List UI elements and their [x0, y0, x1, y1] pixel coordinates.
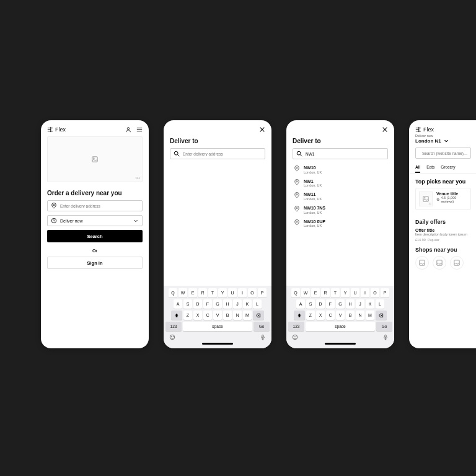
- address-result[interactable]: NW11London, UK: [286, 190, 394, 203]
- key-123[interactable]: 123: [288, 322, 304, 331]
- key-T[interactable]: T: [331, 288, 340, 298]
- emoji-icon[interactable]: [292, 334, 298, 340]
- key-V[interactable]: V: [336, 311, 345, 320]
- key-U[interactable]: U: [228, 288, 237, 298]
- key-N[interactable]: N: [233, 311, 242, 320]
- key-Y[interactable]: Y: [341, 288, 350, 298]
- key-A[interactable]: A: [296, 299, 305, 309]
- key-S[interactable]: S: [306, 299, 315, 309]
- key-123[interactable]: 123: [165, 322, 182, 331]
- keyboard[interactable]: QWERTYUIOPASDFGHJKLZXCVBNM123spaceGo: [164, 286, 271, 348]
- key-J[interactable]: J: [356, 299, 364, 309]
- venue-card[interactable]: 1:1 Venue title 4.5 (1,000 reviews): [415, 188, 471, 210]
- key-Z[interactable]: Z: [183, 311, 192, 320]
- close-icon[interactable]: [382, 126, 388, 133]
- key-X[interactable]: X: [193, 311, 202, 320]
- key-Q[interactable]: Q: [291, 288, 300, 298]
- key-B[interactable]: B: [223, 311, 232, 320]
- key-U[interactable]: U: [351, 288, 359, 298]
- key-Go[interactable]: Go: [376, 322, 392, 331]
- keyboard[interactable]: QWERTYUIOPASDFGHJKLZXCVBNM123spaceGo: [286, 286, 394, 348]
- key-Go[interactable]: Go: [253, 322, 270, 331]
- search-input[interactable]: [415, 148, 471, 159]
- search-button[interactable]: Search: [47, 230, 143, 242]
- svg-rect-23: [420, 260, 425, 265]
- key-L[interactable]: L: [253, 299, 262, 309]
- key-C[interactable]: C: [203, 311, 212, 320]
- key-J[interactable]: J: [233, 299, 242, 309]
- key-G[interactable]: G: [213, 299, 222, 309]
- key-M[interactable]: M: [243, 311, 252, 320]
- key-R[interactable]: R: [198, 288, 207, 298]
- key-I[interactable]: I: [361, 288, 369, 298]
- backspace-key[interactable]: [376, 311, 387, 320]
- address-result[interactable]: NW10 7NSLondon, UK: [286, 203, 394, 217]
- key-D[interactable]: D: [316, 299, 325, 309]
- brand: Flex: [415, 126, 434, 133]
- key-Y[interactable]: Y: [218, 288, 227, 298]
- mic-icon[interactable]: [382, 334, 389, 340]
- key-H[interactable]: H: [223, 299, 232, 309]
- key-G[interactable]: G: [336, 299, 345, 309]
- key-space[interactable]: space: [306, 322, 375, 331]
- user-icon[interactable]: [125, 126, 131, 133]
- key-P[interactable]: P: [258, 288, 267, 298]
- menu-icon[interactable]: [136, 126, 143, 133]
- key-P[interactable]: P: [381, 288, 389, 298]
- key-D[interactable]: D: [193, 299, 202, 309]
- page-title: Order a delivery near you: [47, 190, 143, 196]
- shift-key[interactable]: [171, 311, 182, 320]
- mic-icon[interactable]: [260, 334, 266, 340]
- shift-key[interactable]: [294, 311, 305, 320]
- key-K[interactable]: K: [243, 299, 252, 309]
- key-H[interactable]: H: [346, 299, 355, 309]
- backspace-key[interactable]: [253, 311, 264, 320]
- svg-point-18: [296, 337, 296, 337]
- key-E[interactable]: E: [188, 288, 197, 298]
- key-B[interactable]: B: [346, 311, 355, 320]
- key-S[interactable]: S: [183, 299, 192, 309]
- address-input[interactable]: [170, 148, 265, 159]
- key-R[interactable]: R: [321, 288, 330, 298]
- address-input[interactable]: [293, 148, 388, 159]
- key-W[interactable]: W: [301, 288, 310, 298]
- shop-chip[interactable]: [433, 256, 446, 270]
- tab-grocery[interactable]: Grocery: [441, 165, 455, 173]
- key-F[interactable]: F: [326, 299, 335, 309]
- key-L[interactable]: L: [376, 299, 384, 309]
- key-N[interactable]: N: [356, 311, 364, 320]
- key-C[interactable]: C: [326, 311, 335, 320]
- shop-chip[interactable]: [415, 256, 429, 270]
- key-Z[interactable]: Z: [306, 311, 315, 320]
- key-Q[interactable]: Q: [169, 288, 177, 298]
- location-select[interactable]: London N1: [409, 138, 476, 146]
- signin-button[interactable]: Sign In: [47, 257, 143, 269]
- key-M[interactable]: M: [366, 311, 374, 320]
- key-I[interactable]: I: [238, 288, 247, 298]
- address-input[interactable]: [47, 200, 143, 211]
- screen-browse: Flex Deliver now London N1 AllEatsGrocer…: [409, 120, 476, 348]
- emoji-icon[interactable]: [169, 334, 175, 340]
- tab-all[interactable]: All: [415, 165, 420, 173]
- key-K[interactable]: K: [366, 299, 374, 309]
- svg-point-5: [174, 151, 178, 155]
- key-O[interactable]: O: [371, 288, 379, 298]
- key-F[interactable]: F: [203, 299, 212, 309]
- key-V[interactable]: V: [213, 311, 222, 320]
- hero-image: 18:9: [47, 136, 143, 182]
- key-O[interactable]: O: [248, 288, 257, 298]
- close-icon[interactable]: [259, 126, 265, 133]
- key-E[interactable]: E: [311, 288, 320, 298]
- tab-eats[interactable]: Eats: [426, 165, 434, 173]
- key-W[interactable]: W: [178, 288, 187, 298]
- key-A[interactable]: A: [174, 299, 182, 309]
- key-T[interactable]: T: [208, 288, 217, 298]
- time-select[interactable]: Deliver now: [47, 215, 143, 226]
- key-space[interactable]: space: [183, 322, 252, 331]
- address-result[interactable]: NW10London, UK: [286, 163, 394, 177]
- shop-chip[interactable]: [450, 256, 464, 270]
- address-result[interactable]: NW1London, UK: [286, 177, 394, 190]
- address-result[interactable]: NW10 0UPLondon, UK: [286, 217, 394, 231]
- offer-card[interactable]: Offer title Item description body lorem …: [415, 228, 471, 242]
- key-X[interactable]: X: [316, 311, 325, 320]
